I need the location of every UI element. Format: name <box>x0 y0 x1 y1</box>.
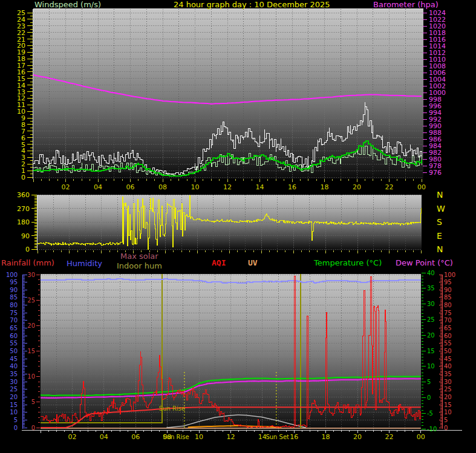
svg-text:0: 0 <box>31 425 35 431</box>
svg-text:10: 10 <box>427 363 435 370</box>
axis-aqi: 0510152025303540455055606570758085909510… <box>439 272 455 431</box>
svg-text:E: E <box>437 231 442 241</box>
svg-text:45: 45 <box>444 356 452 362</box>
svg-text:20: 20 <box>444 394 452 400</box>
svg-text:35: 35 <box>427 285 435 292</box>
svg-text:-5: -5 <box>427 410 433 417</box>
svg-text:30: 30 <box>444 379 452 385</box>
svg-text:16: 16 <box>288 183 296 191</box>
legend-aqi: AQI <box>212 258 226 267</box>
axis-rain: 051015202530 <box>27 272 40 431</box>
svg-text:N: N <box>437 244 443 254</box>
svg-text:80: 80 <box>10 302 18 308</box>
axis-wind: 0123456789101112131415161718192021222324… <box>17 9 33 181</box>
svg-text:270: 270 <box>17 205 30 213</box>
svg-text:85: 85 <box>10 294 18 301</box>
svg-text:100: 100 <box>6 272 18 278</box>
svg-text:12: 12 <box>223 183 232 191</box>
svg-text:60: 60 <box>444 333 452 339</box>
svg-text:80: 80 <box>444 302 452 308</box>
legend-humidity: Humidity <box>67 259 102 268</box>
svg-text:25: 25 <box>17 9 25 17</box>
svg-text:10: 10 <box>191 183 200 191</box>
svg-text:55: 55 <box>444 340 452 347</box>
svg-text:0: 0 <box>427 394 431 401</box>
svg-text:04: 04 <box>100 433 108 441</box>
svg-text:100: 100 <box>444 272 455 278</box>
svg-text:0: 0 <box>25 246 30 253</box>
svg-text:95: 95 <box>10 279 18 285</box>
svg-text:06: 06 <box>131 433 140 441</box>
axis-hum: 0510152025303540455055606570758085909510… <box>6 272 27 431</box>
svg-text:16: 16 <box>290 433 298 441</box>
svg-text:18: 18 <box>321 183 329 191</box>
svg-text:35: 35 <box>10 371 18 377</box>
svg-text:0: 0 <box>14 425 18 431</box>
svg-text:40: 40 <box>444 363 452 370</box>
legend-uv: UV <box>248 258 258 267</box>
svg-text:10: 10 <box>27 373 35 380</box>
svg-text:20: 20 <box>10 394 18 400</box>
svg-text:00: 00 <box>417 183 426 191</box>
hour-ticks <box>33 179 422 182</box>
svg-text:65: 65 <box>10 325 18 331</box>
windspeed-axis-title: Windspeed (m/s) <box>34 0 101 9</box>
weather-graphs-canvas: 0123456789101112131415161718192021222324… <box>0 0 476 453</box>
svg-text:0: 0 <box>444 425 448 431</box>
svg-text:360: 360 <box>17 191 30 199</box>
axis-temp: -10-50510152025303540 <box>422 270 437 432</box>
hour-labels: 020406081012141618202200 <box>62 183 426 191</box>
legend-dew-point: Dew Point (°C) <box>396 258 453 267</box>
svg-text:10: 10 <box>195 433 203 441</box>
legend-rainfall: Rainfall (mm) <box>1 258 54 267</box>
svg-text:Sun Set: Sun Set <box>266 434 289 440</box>
svg-text:15: 15 <box>27 348 35 354</box>
svg-text:25: 25 <box>10 386 18 393</box>
svg-text:55: 55 <box>10 340 18 347</box>
svg-text:1024: 1024 <box>429 9 446 17</box>
svg-text:25: 25 <box>444 386 452 393</box>
svg-text:02: 02 <box>68 433 76 441</box>
svg-text:10: 10 <box>444 409 452 416</box>
svg-text:75: 75 <box>10 310 18 316</box>
panel-wind-direction: 090180270360NWSEN <box>17 190 445 254</box>
svg-text:W: W <box>437 204 445 213</box>
svg-text:20: 20 <box>427 332 435 339</box>
svg-text:Sun Rise: Sun Rise <box>159 405 185 412</box>
legend-max-solar: Max solar <box>120 252 158 261</box>
svg-text:00: 00 <box>417 433 425 441</box>
svg-text:Sun Rise: Sun Rise <box>163 434 189 440</box>
svg-text:-10: -10 <box>427 426 437 432</box>
svg-text:15: 15 <box>427 348 435 354</box>
compass-letters: NWSEN <box>437 190 445 254</box>
svg-text:02: 02 <box>62 183 70 191</box>
svg-text:20: 20 <box>27 322 35 329</box>
svg-text:N: N <box>437 190 443 200</box>
svg-text:40: 40 <box>427 270 435 276</box>
panel-rain-humidity-temperature: 0510152025303540455055606570758085909510… <box>6 244 462 441</box>
svg-text:5: 5 <box>427 379 431 385</box>
legend-indoor-hum: Indoor hum <box>117 261 162 270</box>
svg-text:S: S <box>437 217 442 227</box>
svg-text:20: 20 <box>353 183 361 191</box>
svg-text:04: 04 <box>94 183 102 191</box>
svg-text:65: 65 <box>444 325 452 331</box>
svg-text:22: 22 <box>385 433 393 441</box>
svg-text:25: 25 <box>427 316 435 323</box>
svg-text:5: 5 <box>31 399 35 405</box>
axis-dir: 090180270360 <box>17 191 37 253</box>
svg-text:50: 50 <box>10 348 18 354</box>
graph-title: 24 hour graph day : 10 December 2025 <box>174 0 330 9</box>
plot-annotations: Sun Rise <box>159 405 185 412</box>
hour-ticks <box>37 250 422 253</box>
svg-text:15: 15 <box>10 402 18 408</box>
svg-text:30: 30 <box>427 301 435 307</box>
svg-text:50: 50 <box>444 348 452 354</box>
svg-text:20: 20 <box>353 433 362 441</box>
legend-temperature: Temperature (°C) <box>314 258 382 267</box>
svg-text:75: 75 <box>444 310 452 316</box>
svg-text:08: 08 <box>158 183 167 191</box>
svg-text:30: 30 <box>27 272 35 278</box>
svg-text:30: 30 <box>10 379 18 385</box>
svg-text:25: 25 <box>27 297 35 304</box>
